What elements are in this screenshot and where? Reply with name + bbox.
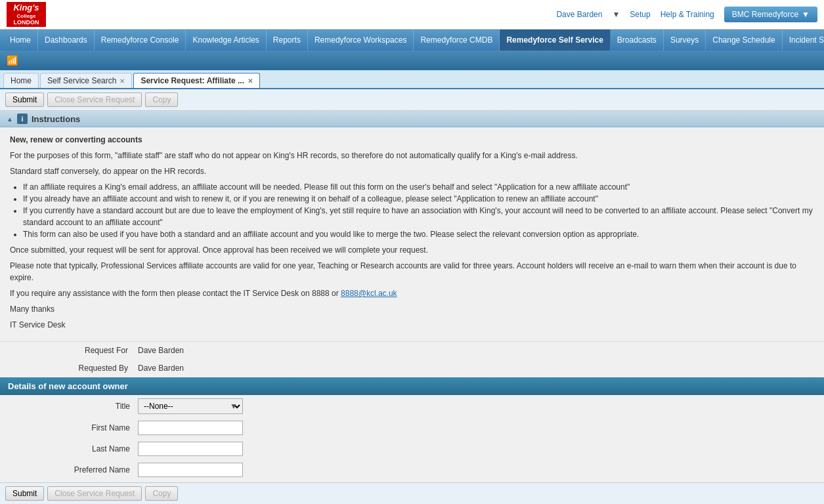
first-name-row: First Name xyxy=(0,417,824,438)
title-label: Title xyxy=(7,402,138,411)
kings-logo: King's College LONDON xyxy=(7,2,46,27)
info-icon: i xyxy=(17,114,28,124)
nav-change-schedule[interactable]: Change Schedule xyxy=(706,30,782,51)
first-name-input[interactable] xyxy=(138,421,243,435)
bullet-2: If you already have an affiliate account… xyxy=(23,193,814,205)
nav-bar: Home Dashboards Remedyforce Console Know… xyxy=(0,30,824,51)
user-dropdown-icon: ▼ xyxy=(612,10,620,19)
request-for-value: Dave Barden xyxy=(138,346,184,355)
nav-workspaces[interactable]: Remedyforce Workspaces xyxy=(308,30,414,51)
email-link[interactable]: 8888@kcl.ac.uk xyxy=(341,289,397,298)
instructions-para5: Many thanks xyxy=(10,303,814,315)
antenna-bar: 📶 xyxy=(0,51,824,70)
instructions-title: Instructions xyxy=(32,114,80,124)
nav-incident-targets[interactable]: Incident Service Targets xyxy=(783,30,824,51)
bottom-close-button[interactable]: Close Service Request xyxy=(47,486,142,501)
antenna-icon: 📶 xyxy=(7,55,18,66)
tab-self-service-search[interactable]: Self Service Search ✕ xyxy=(40,73,132,88)
tab-self-service-search-close[interactable]: ✕ xyxy=(119,77,125,85)
requested-by-label: Requested By xyxy=(7,364,138,373)
title-select[interactable]: --None-- Mr Mrs Ms Dr Prof xyxy=(138,398,243,414)
top-right-bar: Dave Barden ▼ Setup Help & Training BMC … xyxy=(556,7,817,22)
tab-home[interactable]: Home xyxy=(3,73,39,88)
copy-button[interactable]: Copy xyxy=(145,93,178,107)
bmc-button[interactable]: BMC Remedyforce ▼ xyxy=(724,7,817,22)
last-name-label: Last Name xyxy=(7,444,138,453)
instructions-para4: If you require any assistance with the f… xyxy=(10,287,814,299)
preferred-name-input[interactable] xyxy=(138,463,243,477)
instructions-section: ▲ i Instructions New, renew or convertin… xyxy=(0,111,824,342)
tab-service-request[interactable]: Service Request: Affiliate ... ✕ xyxy=(133,73,260,88)
close-service-request-button[interactable]: Close Service Request xyxy=(47,93,142,107)
instructions-bullets: If an affiliate requires a King's email … xyxy=(23,181,814,240)
bottom-submit-button[interactable]: Submit xyxy=(5,486,44,501)
nav-broadcasts[interactable]: Broadcasts xyxy=(611,30,664,51)
bottom-action-bar: Submit Close Service Request Copy xyxy=(0,482,824,504)
instructions-para6: IT Service Desk xyxy=(10,319,814,331)
first-name-label: First Name xyxy=(7,423,138,432)
nav-remedyforce-console[interactable]: Remedyforce Console xyxy=(95,30,186,51)
nav-knowledge-articles[interactable]: Knowledge Articles xyxy=(186,30,266,51)
tab-service-request-close[interactable]: ✕ xyxy=(248,77,253,85)
preferred-name-row: Preferred Name xyxy=(0,459,824,480)
preferred-name-label: Preferred Name xyxy=(7,465,138,474)
nav-self-service[interactable]: Remedyforce Self Service xyxy=(500,30,610,51)
bmc-dropdown-icon: ▼ xyxy=(802,10,810,19)
last-name-input[interactable] xyxy=(138,442,243,456)
setup-link[interactable]: Setup xyxy=(630,10,650,19)
bullet-1: If an affiliate requires a King's email … xyxy=(23,181,814,193)
nav-cmdb[interactable]: Remedyforce CMDB xyxy=(414,30,500,51)
help-link[interactable]: Help & Training xyxy=(661,10,714,19)
requested-by-value: Dave Barden xyxy=(138,364,184,373)
instructions-header: ▲ i Instructions xyxy=(0,111,824,127)
bottom-copy-button[interactable]: Copy xyxy=(145,486,178,501)
nav-reports[interactable]: Reports xyxy=(267,30,308,51)
details-section-header: Details of new account owner xyxy=(0,377,824,395)
instructions-heading: New, renew or converting accounts xyxy=(10,134,814,146)
submit-button[interactable]: Submit xyxy=(5,93,44,107)
bullet-4: This form can also be used if you have b… xyxy=(23,228,814,240)
instructions-para2: Once submitted, your request will be sen… xyxy=(10,244,814,256)
instructions-para1b: Standard staff conversely, do appear on … xyxy=(10,165,814,177)
nav-surveys[interactable]: Surveys xyxy=(664,30,706,51)
user-menu[interactable]: Dave Barden xyxy=(556,10,602,19)
nav-dashboards[interactable]: Dashboards xyxy=(38,30,95,51)
title-row: Title --None-- Mr Mrs Ms Dr Prof ▼ xyxy=(0,395,824,417)
content-area: ▲ i Instructions New, renew or convertin… xyxy=(0,111,824,482)
action-bar: Submit Close Service Request Copy xyxy=(0,89,824,111)
tabs-bar: Home Self Service Search ✕ Service Reque… xyxy=(0,70,824,89)
last-name-row: Last Name xyxy=(0,438,824,459)
request-for-label: Request For xyxy=(7,346,138,355)
requested-by-row: Requested By Dave Barden xyxy=(0,360,824,377)
instructions-para1: For the purposes of this form, "affiliat… xyxy=(10,150,814,161)
instructions-toggle[interactable]: ▲ xyxy=(7,116,13,123)
request-for-row: Request For Dave Barden xyxy=(0,342,824,360)
instructions-para3: Please note that typically, Professional… xyxy=(10,260,814,284)
instructions-body: New, renew or converting accounts For th… xyxy=(0,127,824,342)
bullet-3: If you currently have a standard account… xyxy=(23,205,814,228)
nav-home[interactable]: Home xyxy=(3,30,38,51)
